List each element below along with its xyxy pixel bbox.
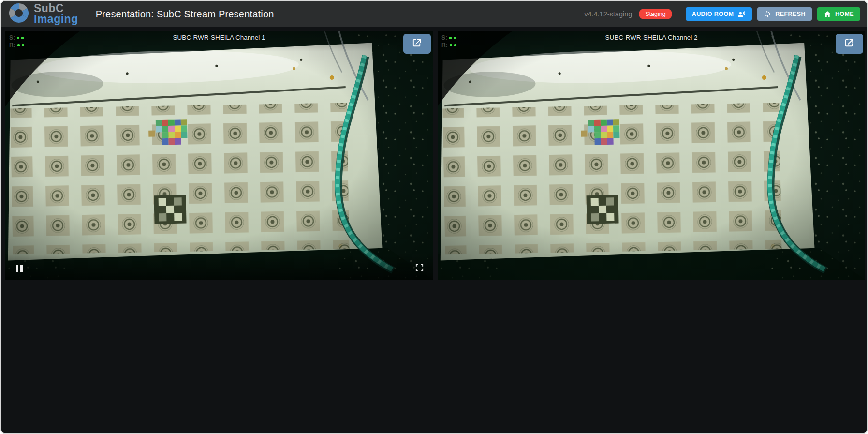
pause-icon (20, 265, 23, 272)
open-in-new-icon (844, 38, 855, 50)
voice-person-icon (737, 10, 746, 18)
brand-line2: Imaging (34, 14, 78, 25)
receive-status-dot (450, 44, 452, 46)
refresh-button-label: REFRESH (775, 11, 806, 17)
header-bar: SubC Imaging Presentation: SubC Stream P… (1, 1, 867, 27)
stream-2-video[interactable] (438, 31, 865, 280)
stream-1-status: S: R: (9, 34, 24, 48)
app-window: SubC Imaging Presentation: SubC Stream P… (0, 0, 868, 434)
fullscreen-icon (415, 263, 424, 274)
send-status-dot (21, 37, 24, 39)
send-status-row: S: (441, 34, 456, 41)
receive-status-row: R: (9, 42, 24, 48)
send-status-dot (454, 37, 456, 39)
receive-status-dot (17, 44, 20, 46)
audio-room-button[interactable]: AUDIO ROOM (686, 7, 752, 21)
stream-panel-1[interactable]: SUBC-RWR-SHEILA Channel 1 S: R: (5, 31, 433, 280)
refresh-button[interactable]: REFRESH (757, 7, 812, 21)
receive-status-dot (22, 44, 24, 46)
stream-1-open-in-new-button[interactable] (403, 34, 431, 54)
receive-status-row: R: (441, 42, 456, 48)
pause-icon (16, 265, 19, 272)
send-status-label: S: (9, 34, 15, 41)
stream-2-status: S: R: (441, 34, 456, 48)
audio-room-button-label: AUDIO ROOM (692, 11, 734, 17)
header-right-group: v4.4.12-staging Staging AUDIO ROOM (584, 7, 860, 21)
page-title: Presentation: SubC Stream Presentation (96, 9, 274, 20)
brand-logo: SubC Imaging (8, 2, 78, 26)
version-label: v4.4.12-staging (584, 10, 632, 18)
stream-1-video[interactable] (5, 31, 433, 280)
open-in-new-icon (412, 38, 423, 50)
home-button-label: HOME (835, 11, 854, 17)
stream-panel-2[interactable]: SUBC-RWR-SHEILA Channel 2 S: R: (438, 31, 865, 280)
receive-status-dot (454, 44, 456, 46)
home-icon (824, 10, 831, 18)
stream-2-open-in-new-button[interactable] (836, 34, 863, 54)
streams-area: SUBC-RWR-SHEILA Channel 1 S: R: (1, 27, 867, 280)
send-status-dot (17, 37, 19, 39)
send-status-row: S: (9, 34, 24, 41)
receive-status-label: R: (9, 42, 15, 48)
home-button[interactable]: HOME (817, 7, 860, 21)
send-status-label: S: (441, 34, 447, 41)
staging-badge: Staging (639, 9, 672, 19)
sync-icon (764, 10, 771, 18)
brand-wordmark: SubC Imaging (34, 3, 78, 25)
aperture-logo-icon (8, 2, 30, 26)
send-status-dot (449, 37, 452, 39)
stream-1-pause-button[interactable] (14, 264, 25, 273)
receive-status-label: R: (441, 42, 448, 48)
stream-1-fullscreen-button[interactable] (413, 263, 425, 274)
